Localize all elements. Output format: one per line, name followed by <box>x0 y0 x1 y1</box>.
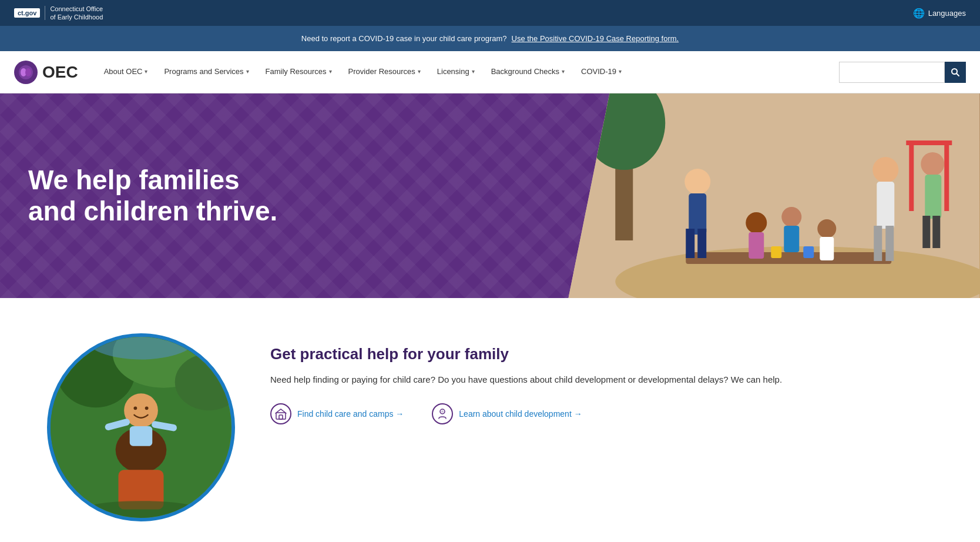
svg-point-50 <box>441 410 444 413</box>
hero-photo <box>568 93 980 298</box>
alert-message: Need to report a COVID-19 case in your c… <box>301 34 507 43</box>
svg-point-18 <box>818 219 837 238</box>
svg-rect-47 <box>276 413 286 419</box>
content-description: Need help finding or paying for child ca… <box>270 373 933 387</box>
ct-gov-badge: ct.gov <box>14 8 40 18</box>
hero-headline-text: We help familiesand children thrive. <box>28 165 277 226</box>
svg-point-20 <box>873 157 899 183</box>
nav-item-about[interactable]: About OEC ▾ <box>97 51 155 93</box>
svg-rect-11 <box>689 193 707 235</box>
find-childcare-link[interactable]: Find child care and camps → <box>297 409 404 419</box>
ct-gov-logo[interactable]: ct.gov Connecticut Officeof Early Childh… <box>14 5 103 22</box>
nav-item-programs[interactable]: Programs and Services ▾ <box>157 51 256 93</box>
nav-bar: OEC About OEC ▾ Programs and Services ▾ … <box>0 51 980 93</box>
languages-label: Languages <box>928 9 966 18</box>
content-section: Get practical help for your family Need … <box>0 298 980 542</box>
svg-point-14 <box>746 212 767 233</box>
child-development-link-item: Learn about child development → <box>432 403 582 424</box>
gov-bar: ct.gov Connecticut Officeof Early Childh… <box>0 0 980 26</box>
svg-rect-25 <box>925 175 942 219</box>
gov-bar-left: ct.gov Connecticut Officeof Early Childh… <box>14 5 103 22</box>
nav-family-chevron: ▾ <box>329 68 332 75</box>
svg-rect-41 <box>130 426 153 446</box>
svg-point-24 <box>921 152 945 176</box>
svg-rect-12 <box>686 229 695 258</box>
svg-rect-21 <box>877 182 895 229</box>
gov-divider <box>45 6 45 20</box>
nav-item-provider[interactable]: Provider Resources ▾ <box>341 51 428 93</box>
nav-covid-chevron: ▾ <box>619 68 622 75</box>
svg-point-16 <box>782 207 802 227</box>
nav-covid-label: COVID-19 <box>581 67 616 76</box>
svg-point-46 <box>85 501 198 518</box>
nav-licensing-chevron: ▾ <box>472 68 475 75</box>
child-development-icon <box>432 403 453 424</box>
oec-logo-icon <box>14 61 38 84</box>
hero-image <box>568 93 980 298</box>
svg-rect-13 <box>698 229 707 258</box>
svg-rect-27 <box>933 216 941 248</box>
nav-family-label: Family Resources <box>266 67 327 76</box>
alert-banner: Need to report a COVID-19 case in your c… <box>0 26 980 51</box>
nav-item-background[interactable]: Background Checks ▾ <box>484 51 572 93</box>
find-childcare-link-item: Find child care and camps → <box>270 403 404 424</box>
svg-point-44 <box>133 406 137 410</box>
svg-rect-31 <box>771 246 782 258</box>
svg-point-45 <box>145 406 149 410</box>
svg-rect-30 <box>907 140 952 145</box>
svg-point-10 <box>685 169 711 195</box>
nav-programs-label: Programs and Services <box>164 67 243 76</box>
find-childcare-icon <box>270 403 291 424</box>
search-button[interactable] <box>945 62 966 83</box>
hero-headline: We help familiesand children thrive. <box>28 165 277 227</box>
svg-line-4 <box>956 73 959 76</box>
svg-point-2 <box>25 68 31 76</box>
content-title: Get practical help for your family <box>270 345 933 363</box>
hero-section: We help familiesand children thrive. <box>0 93 980 298</box>
content-links: Find child care and camps → Learn about … <box>270 403 933 424</box>
child-development-link[interactable]: Learn about child development → <box>459 409 582 419</box>
languages-button[interactable]: 🌐 Languages <box>913 8 966 19</box>
nav-programs-chevron: ▾ <box>246 68 249 75</box>
logo-area[interactable]: OEC <box>14 61 78 84</box>
svg-rect-9 <box>686 252 892 264</box>
nav-provider-label: Provider Resources <box>348 67 415 76</box>
nav-item-licensing[interactable]: Licensing ▾ <box>430 51 482 93</box>
nav-search <box>839 62 966 83</box>
family-photo <box>47 333 235 521</box>
oec-logo-text: OEC <box>42 63 78 82</box>
nav-background-label: Background Checks <box>491 67 559 76</box>
nav-licensing-label: Licensing <box>437 67 469 76</box>
nav-about-chevron: ▾ <box>145 68 147 75</box>
svg-rect-29 <box>945 140 949 211</box>
svg-rect-28 <box>909 140 914 211</box>
svg-rect-48 <box>279 415 283 419</box>
svg-rect-19 <box>820 237 834 260</box>
svg-rect-32 <box>804 246 814 258</box>
svg-rect-22 <box>874 226 882 261</box>
nav-about-label: About OEC <box>104 67 143 76</box>
svg-rect-26 <box>923 216 931 248</box>
nav-items: About OEC ▾ Programs and Services ▾ Fami… <box>97 51 839 93</box>
nav-provider-chevron: ▾ <box>418 68 421 75</box>
nav-item-covid[interactable]: COVID-19 ▾ <box>574 51 629 93</box>
search-input[interactable] <box>839 62 945 83</box>
alert-link[interactable]: Use the Positive COVID-19 Case Reporting… <box>512 34 679 43</box>
nav-item-family[interactable]: Family Resources ▾ <box>259 51 339 93</box>
svg-rect-17 <box>784 226 800 252</box>
content-right: Get practical help for your family Need … <box>270 333 933 424</box>
nav-background-chevron: ▾ <box>562 68 565 75</box>
globe-icon: 🌐 <box>913 8 925 19</box>
agency-name: Connecticut Officeof Early Childhood <box>50 5 103 22</box>
svg-rect-15 <box>749 232 764 259</box>
svg-rect-23 <box>886 226 894 261</box>
